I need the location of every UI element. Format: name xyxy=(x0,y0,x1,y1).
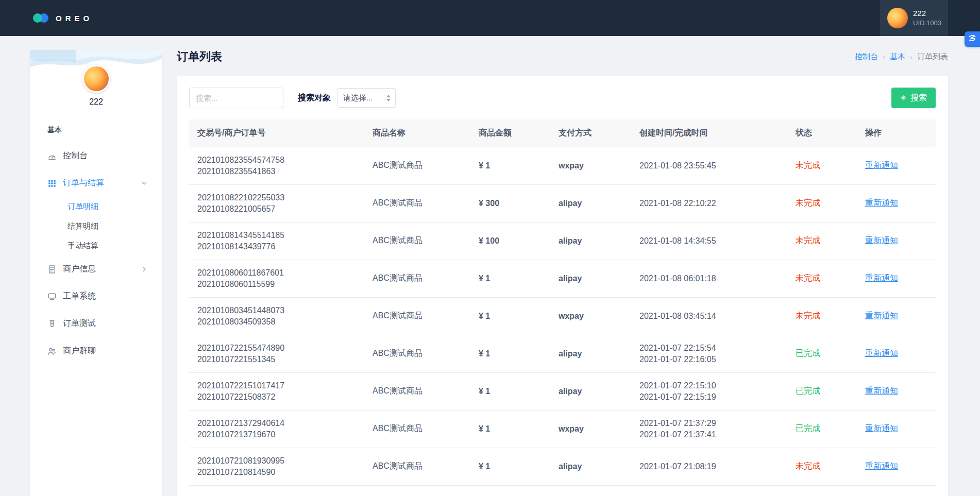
merchant-order-no: 20210107210814590 xyxy=(197,467,361,478)
merchant-order-no: 20210108235541863 xyxy=(197,166,361,177)
pay-method: wxpay xyxy=(550,297,631,335)
sidebar-item-merchant-chat[interactable]: 商户群聊 xyxy=(30,337,162,365)
top-navbar: OREO 222 UID:1003 xyxy=(0,0,980,36)
people-icon xyxy=(47,347,57,356)
trade-no: 2021010722155474890 xyxy=(197,343,361,354)
created-time: 2021-01-08 23:55:45 xyxy=(639,160,784,172)
merchant-order-no: 20210108034509358 xyxy=(197,316,361,328)
asterisk-icon: ✳ xyxy=(900,94,906,101)
created-time: 2021-01-07 22:15:54 xyxy=(639,343,784,354)
created-time: 2021-01-08 03:45:14 xyxy=(639,311,784,322)
sidebar-subitem-label: 订单明细 xyxy=(67,202,98,211)
sidebar-subitem-order-detail[interactable]: 订单明细 xyxy=(30,197,162,216)
search-button-label: 搜索 xyxy=(910,93,927,104)
amount: ¥ 1 xyxy=(470,335,550,372)
pay-method: alipay xyxy=(550,184,631,222)
trade-no: 2021010822102255033 xyxy=(197,192,361,203)
amount: ¥ 300 xyxy=(470,184,550,222)
test-tube-icon xyxy=(47,319,57,329)
breadcrumb-link-console[interactable]: 控制台 xyxy=(855,52,878,62)
sidebar-section-label: 基本 xyxy=(30,126,162,135)
pay-method: wxpay xyxy=(550,147,631,184)
breadcrumb-separator: › xyxy=(910,53,913,61)
product-name: ABC测试商品 xyxy=(364,222,470,260)
sidebar-subitem-manual-settlement[interactable]: 手动结算 xyxy=(30,236,162,255)
renotify-link[interactable]: 重新通知 xyxy=(865,161,898,169)
search-toolbar: 搜索对象 请选择... ✳ 搜索 xyxy=(189,88,936,108)
chevron-down-icon xyxy=(141,180,148,187)
merchant-order-no: 20210107221508372 xyxy=(197,391,361,403)
sidebar-item-dashboard[interactable]: 控制台 xyxy=(30,142,162,169)
status-badge: 未完成 xyxy=(796,236,820,245)
orders-card: 搜索对象 请选择... ✳ 搜索 交易号/商户订单号 商品名称 商品金额 支付方 xyxy=(177,76,948,496)
user-uid: UID:1003 xyxy=(913,19,941,28)
user-avatar xyxy=(887,8,908,28)
table-row: 202101072215101741720210107221508372 ABC… xyxy=(189,372,936,410)
renotify-link[interactable]: 重新通知 xyxy=(865,424,898,433)
merchant-order-no: 20210107221551345 xyxy=(197,354,361,365)
product-name: ABC测试商品 xyxy=(364,410,470,448)
amount: ¥ 1 xyxy=(470,147,550,184)
sidebar-subitem-settlement-detail[interactable]: 结算明细 xyxy=(30,216,162,236)
brand-logo: OREO xyxy=(33,0,93,36)
product-name: ABC测试商品 xyxy=(364,184,470,222)
table-row: 202101082355457475820210108235541863 ABC… xyxy=(189,147,936,184)
sidebar-item-order-test[interactable]: 订单测试 xyxy=(30,310,162,337)
sidebar-item-label: 商户信息 xyxy=(63,264,96,275)
search-target-select[interactable]: 请选择... xyxy=(337,88,396,108)
col-header-product: 商品名称 xyxy=(364,119,470,147)
table-row: 202101080345144807320210108034509358 ABC… xyxy=(189,297,936,335)
completed-time: 2021-01-07 22:15:19 xyxy=(639,391,784,403)
amount: ¥ 1 xyxy=(470,260,550,297)
table-row: 202101082210225503320210108221005657 ABC… xyxy=(189,184,936,222)
renotify-link[interactable]: 重新通知 xyxy=(865,311,898,320)
chevron-right-icon xyxy=(141,266,148,273)
renotify-link[interactable]: 重新通知 xyxy=(865,273,898,282)
table-row: 202101072108193099520210107210814590 ABC… xyxy=(189,448,936,485)
renotify-link[interactable]: 重新通知 xyxy=(865,461,898,470)
sidebar-item-merchant-info[interactable]: 商户信息 xyxy=(30,255,162,283)
renotify-link[interactable]: 重新通知 xyxy=(865,198,898,207)
pay-method: alipay xyxy=(550,260,631,297)
search-button[interactable]: ✳ 搜索 xyxy=(891,88,936,108)
renotify-link[interactable]: 重新通知 xyxy=(865,236,898,245)
col-header-action: 操作 xyxy=(857,119,936,147)
sidebar-menu: 控制台 订单与结算 订单明细 结算明细 手动结算 商户信息 xyxy=(30,142,162,365)
search-input[interactable] xyxy=(189,88,283,108)
sidebar-item-orders-settlement[interactable]: 订单与结算 xyxy=(30,169,162,197)
created-time: 2021-01-08 14:34:55 xyxy=(639,235,784,247)
orders-tbody: 202101082355457475820210108235541863 ABC… xyxy=(189,147,936,496)
amount: ¥ 1 xyxy=(470,448,550,485)
completed-time: 2021-01-07 21:37:41 xyxy=(639,429,784,440)
user-name: 222 xyxy=(913,8,941,19)
user-chip[interactable]: 222 UID:1003 xyxy=(880,0,948,36)
squiggle-icon xyxy=(968,33,977,45)
sidebar-item-ticket-system[interactable]: 工单系统 xyxy=(30,283,162,310)
profile-avatar xyxy=(82,65,110,93)
table-row: 202101080601186760120210108060115599 ABC… xyxy=(189,260,936,297)
merchant-order-no: 20210108143439776 xyxy=(197,241,361,252)
sidebar-item-label: 商户群聊 xyxy=(63,346,96,356)
brand-name: OREO xyxy=(56,14,93,23)
completed-time: 2021-01-07 22:16:05 xyxy=(639,354,784,365)
created-time: 2021-01-08 06:01:18 xyxy=(639,273,784,284)
status-badge: 未完成 xyxy=(796,273,820,282)
breadcrumb-link-basic[interactable]: 基本 xyxy=(890,52,905,62)
status-badge: 已完成 xyxy=(796,386,820,395)
trade-no: 2021010721081930995 xyxy=(197,455,361,467)
profile-name: 222 xyxy=(30,97,162,107)
trade-no: 2021010803451448073 xyxy=(197,305,361,316)
status-badge: 已完成 xyxy=(796,349,820,357)
trade-no: 2021010721372940614 xyxy=(197,418,361,429)
renotify-link[interactable]: 重新通知 xyxy=(865,386,898,395)
sidebar-submenu: 订单明细 结算明细 手动结算 xyxy=(30,197,162,255)
renotify-link[interactable]: 重新通知 xyxy=(865,349,898,357)
status-badge: 未完成 xyxy=(796,161,820,169)
pay-method: wxpay xyxy=(550,410,631,448)
breadcrumb-current: 订单列表 xyxy=(917,52,948,62)
select-value: 请选择... xyxy=(343,93,373,103)
sidebar: 222 基本 控制台 订单与结算 订单明细 结算明细 手动结算 xyxy=(30,50,162,496)
select-arrows-icon xyxy=(386,95,391,101)
trade-no: 2021010814345514185 xyxy=(197,230,361,241)
support-widget-button[interactable] xyxy=(965,31,980,47)
